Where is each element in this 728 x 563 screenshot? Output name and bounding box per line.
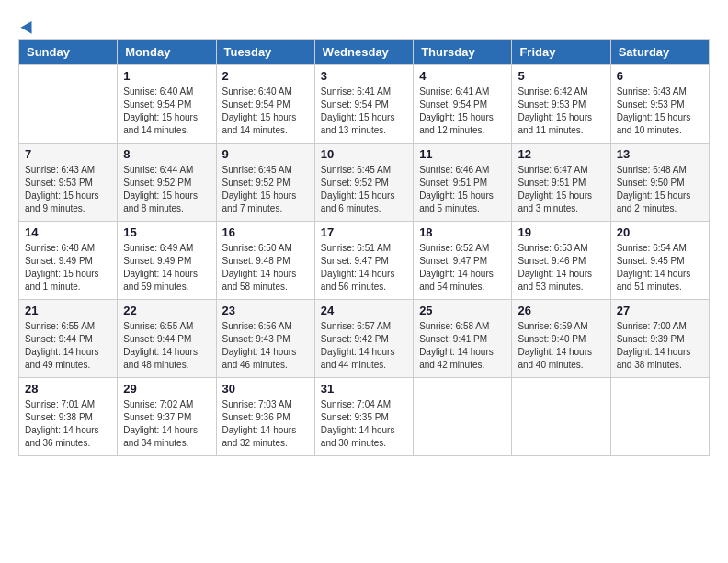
day-info: Sunrise: 7:03 AMSunset: 9:36 PMDaylight:… — [222, 398, 309, 450]
calendar-week-row: 14Sunrise: 6:48 AMSunset: 9:49 PMDayligh… — [19, 222, 710, 300]
day-info: Sunrise: 6:55 AMSunset: 9:44 PMDaylight:… — [123, 320, 210, 372]
day-number: 10 — [321, 147, 407, 161]
calendar-cell: 16Sunrise: 6:50 AMSunset: 9:48 PMDayligh… — [216, 222, 314, 300]
day-number: 26 — [518, 304, 604, 317]
day-info: Sunrise: 6:55 AMSunset: 9:44 PMDaylight:… — [25, 320, 111, 372]
day-info: Sunrise: 6:42 AMSunset: 9:53 PMDaylight:… — [518, 86, 604, 137]
calendar-cell — [512, 378, 610, 456]
day-info: Sunrise: 6:45 AMSunset: 9:52 PMDaylight:… — [222, 164, 309, 215]
day-info: Sunrise: 7:00 AMSunset: 9:39 PMDaylight:… — [617, 320, 703, 372]
day-number: 4 — [419, 69, 506, 83]
day-info: Sunrise: 6:41 AMSunset: 9:54 PMDaylight:… — [321, 86, 407, 137]
calendar-cell: 26Sunrise: 6:59 AMSunset: 9:40 PMDayligh… — [512, 300, 610, 378]
calendar-cell: 14Sunrise: 6:48 AMSunset: 9:49 PMDayligh… — [19, 222, 118, 300]
calendar-cell: 6Sunrise: 6:43 AMSunset: 9:53 PMDaylight… — [610, 65, 709, 144]
calendar-cell: 10Sunrise: 6:45 AMSunset: 9:52 PMDayligh… — [314, 144, 413, 222]
day-info: Sunrise: 6:45 AMSunset: 9:52 PMDaylight:… — [321, 164, 407, 215]
day-number: 20 — [617, 225, 703, 239]
day-number: 6 — [617, 69, 703, 83]
day-number: 29 — [123, 382, 210, 396]
day-info: Sunrise: 6:52 AMSunset: 9:47 PMDaylight:… — [419, 242, 506, 293]
day-info: Sunrise: 6:51 AMSunset: 9:47 PMDaylight:… — [321, 242, 407, 293]
calendar-cell: 5Sunrise: 6:42 AMSunset: 9:53 PMDaylight… — [512, 65, 610, 144]
day-info: Sunrise: 7:01 AMSunset: 9:38 PMDaylight:… — [25, 398, 111, 450]
header-wednesday: Wednesday — [314, 40, 413, 65]
day-info: Sunrise: 6:41 AMSunset: 9:54 PMDaylight:… — [419, 86, 506, 137]
header-thursday: Thursday — [414, 40, 512, 65]
calendar-cell: 11Sunrise: 6:46 AMSunset: 9:51 PMDayligh… — [414, 144, 512, 222]
header-saturday: Saturday — [610, 40, 709, 65]
day-number: 1 — [123, 69, 210, 83]
calendar-cell: 23Sunrise: 6:56 AMSunset: 9:43 PMDayligh… — [216, 300, 314, 378]
calendar-cell: 21Sunrise: 6:55 AMSunset: 9:44 PMDayligh… — [19, 300, 118, 378]
day-info: Sunrise: 6:53 AMSunset: 9:46 PMDaylight:… — [518, 242, 604, 293]
calendar-cell: 18Sunrise: 6:52 AMSunset: 9:47 PMDayligh… — [414, 222, 512, 300]
day-info: Sunrise: 6:48 AMSunset: 9:50 PMDaylight:… — [617, 164, 703, 215]
calendar-table: SundayMondayTuesdayWednesdayThursdayFrid… — [18, 39, 710, 456]
day-number: 5 — [518, 69, 604, 83]
calendar-cell — [414, 378, 512, 456]
calendar-cell: 3Sunrise: 6:41 AMSunset: 9:54 PMDaylight… — [314, 65, 413, 144]
day-number: 17 — [321, 225, 407, 239]
calendar-cell: 17Sunrise: 6:51 AMSunset: 9:47 PMDayligh… — [314, 222, 413, 300]
day-number: 25 — [419, 304, 506, 317]
day-info: Sunrise: 6:40 AMSunset: 9:54 PMDaylight:… — [123, 86, 210, 137]
day-info: Sunrise: 6:49 AMSunset: 9:49 PMDaylight:… — [123, 242, 210, 293]
calendar-cell: 31Sunrise: 7:04 AMSunset: 9:35 PMDayligh… — [314, 378, 413, 456]
day-number: 11 — [419, 147, 506, 161]
day-number: 12 — [518, 147, 604, 161]
day-number: 21 — [25, 304, 111, 317]
day-number: 19 — [518, 225, 604, 239]
day-info: Sunrise: 7:02 AMSunset: 9:37 PMDaylight:… — [123, 398, 210, 450]
calendar-cell: 29Sunrise: 7:02 AMSunset: 9:37 PMDayligh… — [118, 378, 216, 456]
calendar-cell — [610, 378, 709, 456]
day-number: 7 — [25, 147, 111, 161]
calendar-cell: 22Sunrise: 6:55 AMSunset: 9:44 PMDayligh… — [118, 300, 216, 378]
day-number: 24 — [321, 304, 407, 317]
calendar-cell: 24Sunrise: 6:57 AMSunset: 9:42 PMDayligh… — [314, 300, 413, 378]
day-info: Sunrise: 7:04 AMSunset: 9:35 PMDaylight:… — [321, 398, 407, 450]
calendar-cell: 28Sunrise: 7:01 AMSunset: 9:38 PMDayligh… — [19, 378, 118, 456]
header-sunday: Sunday — [19, 40, 118, 65]
day-info: Sunrise: 6:47 AMSunset: 9:51 PMDaylight:… — [518, 164, 604, 215]
logo-bird-icon — [20, 18, 37, 35]
calendar-cell: 25Sunrise: 6:58 AMSunset: 9:41 PMDayligh… — [414, 300, 512, 378]
calendar-cell: 20Sunrise: 6:54 AMSunset: 9:45 PMDayligh… — [610, 222, 709, 300]
day-number: 23 — [222, 304, 309, 317]
header-monday: Monday — [118, 40, 216, 65]
calendar-cell: 30Sunrise: 7:03 AMSunset: 9:36 PMDayligh… — [216, 378, 314, 456]
day-number: 9 — [222, 147, 309, 161]
day-info: Sunrise: 6:44 AMSunset: 9:52 PMDaylight:… — [123, 164, 210, 215]
calendar-week-row: 1Sunrise: 6:40 AMSunset: 9:54 PMDaylight… — [19, 65, 710, 144]
day-number: 13 — [617, 147, 703, 161]
header-tuesday: Tuesday — [216, 40, 314, 65]
day-number: 27 — [617, 304, 703, 317]
day-number: 16 — [222, 225, 309, 239]
day-info: Sunrise: 6:54 AMSunset: 9:45 PMDaylight:… — [617, 242, 703, 293]
header-friday: Friday — [512, 40, 610, 65]
calendar-week-row: 28Sunrise: 7:01 AMSunset: 9:38 PMDayligh… — [19, 378, 710, 456]
day-info: Sunrise: 6:50 AMSunset: 9:48 PMDaylight:… — [222, 242, 309, 293]
calendar-week-row: 7Sunrise: 6:43 AMSunset: 9:53 PMDaylight… — [19, 144, 710, 222]
calendar-cell: 1Sunrise: 6:40 AMSunset: 9:54 PMDaylight… — [118, 65, 216, 144]
day-number: 2 — [222, 69, 309, 83]
day-number: 31 — [321, 382, 407, 396]
day-info: Sunrise: 6:48 AMSunset: 9:49 PMDaylight:… — [25, 242, 111, 293]
calendar-cell: 27Sunrise: 7:00 AMSunset: 9:39 PMDayligh… — [610, 300, 709, 378]
day-number: 22 — [123, 304, 210, 317]
calendar-cell: 12Sunrise: 6:47 AMSunset: 9:51 PMDayligh… — [512, 144, 610, 222]
logo — [18, 18, 37, 31]
calendar-cell: 8Sunrise: 6:44 AMSunset: 9:52 PMDaylight… — [118, 144, 216, 222]
day-number: 28 — [25, 382, 111, 396]
calendar-cell — [19, 65, 118, 144]
day-number: 3 — [321, 69, 407, 83]
calendar-cell: 2Sunrise: 6:40 AMSunset: 9:54 PMDaylight… — [216, 65, 314, 144]
calendar-header-row: SundayMondayTuesdayWednesdayThursdayFrid… — [19, 40, 710, 65]
day-number: 15 — [123, 225, 210, 239]
day-number: 14 — [25, 225, 111, 239]
day-info: Sunrise: 6:40 AMSunset: 9:54 PMDaylight:… — [222, 86, 309, 137]
day-info: Sunrise: 6:57 AMSunset: 9:42 PMDaylight:… — [321, 320, 407, 372]
svg-marker-0 — [20, 18, 37, 34]
calendar-cell: 9Sunrise: 6:45 AMSunset: 9:52 PMDaylight… — [216, 144, 314, 222]
day-info: Sunrise: 6:43 AMSunset: 9:53 PMDaylight:… — [25, 164, 111, 215]
